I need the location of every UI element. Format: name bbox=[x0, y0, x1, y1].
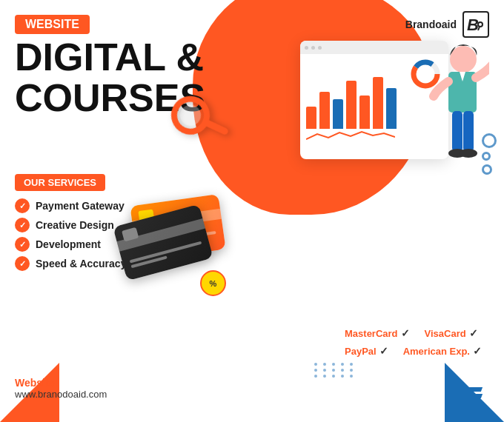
header: Brandoaid B bbox=[405, 11, 489, 38]
service-label-4: Speed & Accuracy bbox=[36, 258, 126, 269]
svg-line-8 bbox=[206, 117, 225, 136]
dot bbox=[341, 369, 344, 372]
service-item-2: ✓ Creative Design bbox=[15, 218, 126, 232]
dot bbox=[350, 363, 353, 366]
title-line1: DIGITAL & bbox=[15, 37, 205, 78]
payment-providers: MasterCard ✓ VisaCard ✓ PayPal ✓ America… bbox=[345, 327, 482, 363]
mastercard-check: ✓ bbox=[401, 327, 410, 339]
check-icon-4: ✓ bbox=[15, 256, 30, 271]
check-icon-1: ✓ bbox=[15, 198, 30, 213]
bar-2 bbox=[319, 92, 330, 129]
payment-item-visacard: VisaCard ✓ bbox=[425, 327, 478, 339]
dots-grid-decoration bbox=[314, 363, 356, 378]
website-label: Website bbox=[15, 377, 107, 389]
paypal-check: ✓ bbox=[379, 345, 388, 357]
dot bbox=[332, 363, 335, 366]
dot bbox=[323, 369, 326, 372]
brand-name: Brandoaid bbox=[405, 19, 457, 30]
brand-logo: B bbox=[462, 11, 489, 38]
website-url: www.branodoaid.com bbox=[15, 389, 107, 400]
percent-badge: % bbox=[200, 270, 226, 296]
paypal-label: PayPal bbox=[345, 346, 377, 357]
bar-6 bbox=[373, 77, 383, 129]
credit-card-dark bbox=[113, 204, 213, 281]
payment-item-mastercard: MasterCard ✓ bbox=[345, 327, 410, 339]
website-link-section: Website www.branodoaid.com bbox=[15, 377, 107, 400]
bar-7 bbox=[386, 88, 397, 129]
person-figure bbox=[415, 41, 489, 170]
dot bbox=[323, 363, 326, 366]
bar-1 bbox=[306, 107, 316, 129]
amex-label: American Exp. bbox=[403, 346, 470, 357]
dot bbox=[314, 375, 317, 378]
browser-dot-2 bbox=[311, 46, 315, 50]
payment-item-amex: American Exp. ✓ bbox=[403, 345, 482, 357]
svg-point-1 bbox=[478, 22, 483, 27]
dot bbox=[323, 375, 326, 378]
browser-dot-3 bbox=[318, 46, 322, 50]
amex-check: ✓ bbox=[473, 345, 482, 357]
dot bbox=[350, 369, 353, 372]
credit-cards-area: % bbox=[119, 200, 237, 289]
bar-3 bbox=[333, 99, 343, 129]
check-icon-3: ✓ bbox=[15, 237, 30, 252]
wave-line-svg bbox=[306, 130, 395, 145]
svg-rect-12 bbox=[452, 111, 462, 152]
person-svg bbox=[415, 41, 489, 167]
service-item-4: ✓ Speed & Accuracy bbox=[15, 256, 126, 271]
service-item-3: ✓ Development bbox=[15, 237, 126, 252]
service-label-1: Payment Gateway bbox=[36, 200, 125, 212]
dot bbox=[332, 369, 335, 372]
svg-text:B: B bbox=[467, 16, 479, 34]
dot bbox=[314, 369, 317, 372]
browser-dot-1 bbox=[305, 46, 308, 50]
services-section: OUR SERVICES ✓ Payment Gateway ✓ Creativ… bbox=[15, 174, 126, 275]
main-container: Brandoaid B WEBSITE DIGITAL & COURSES OU… bbox=[0, 0, 504, 422]
service-label-2: Creative Design bbox=[36, 219, 114, 231]
corner-br-decoration bbox=[445, 363, 504, 422]
bar-5 bbox=[359, 96, 370, 129]
mastercard-label: MasterCard bbox=[345, 328, 398, 339]
visacard-check: ✓ bbox=[469, 327, 478, 339]
dot bbox=[332, 375, 335, 378]
service-item-1: ✓ Payment Gateway bbox=[15, 198, 126, 213]
bar-4 bbox=[346, 81, 357, 129]
check-icon-2: ✓ bbox=[15, 218, 30, 232]
website-badge: WEBSITE bbox=[15, 15, 90, 34]
payment-row-2: PayPal ✓ American Exp. ✓ bbox=[345, 345, 482, 357]
svg-rect-13 bbox=[463, 111, 474, 152]
dot bbox=[350, 375, 353, 378]
dot bbox=[341, 363, 344, 366]
service-label-3: Development bbox=[36, 238, 101, 250]
payment-item-paypal: PayPal ✓ bbox=[345, 345, 388, 357]
svg-point-15 bbox=[460, 149, 477, 158]
payment-row-1: MasterCard ✓ VisaCard ✓ bbox=[345, 327, 482, 339]
visacard-label: VisaCard bbox=[425, 328, 466, 339]
services-badge: OUR SERVICES bbox=[15, 174, 105, 191]
svg-point-9 bbox=[450, 46, 477, 73]
svg-point-7 bbox=[177, 102, 204, 129]
dot bbox=[341, 375, 344, 378]
dot bbox=[314, 363, 317, 366]
brand-logo-svg: B bbox=[465, 14, 486, 35]
